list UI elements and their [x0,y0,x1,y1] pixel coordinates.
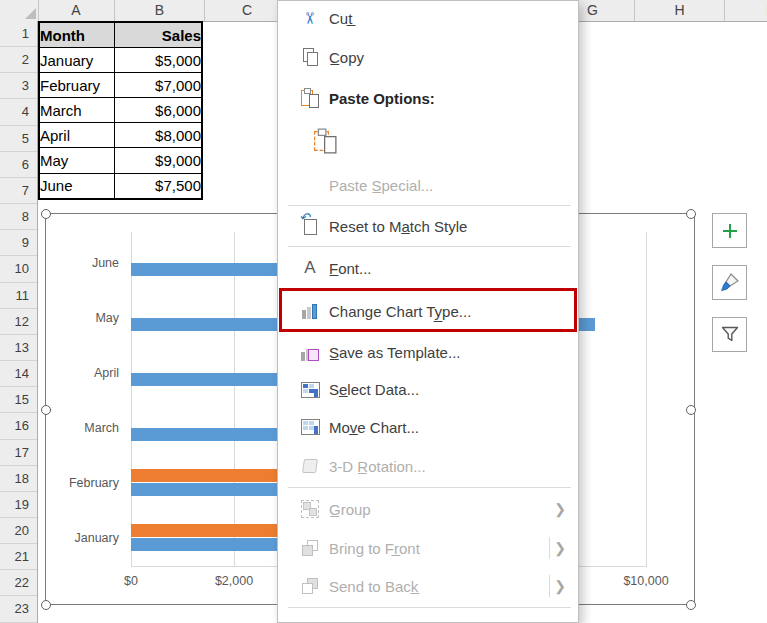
row-header-15[interactable]: 15 [0,387,37,413]
cell-month[interactable]: April [39,123,115,148]
row-header-2[interactable]: 2 [0,47,37,73]
excel-worksheet: { "sheet": { "column_headers": ["A","B",… [0,0,767,623]
resize-handle-top-right[interactable] [686,209,696,219]
menu-item-label: Paste S̲pecial... [329,177,433,194]
resize-handle-middle-left[interactable] [41,405,51,415]
row-header-16[interactable]: 16 [0,413,37,439]
chart-elements-button[interactable] [712,213,747,248]
row-header-21[interactable]: 21 [0,544,37,570]
header-cell-month[interactable]: Month [39,22,115,48]
menu-separator [288,607,571,608]
menu-item-reset-to-match-style[interactable]: ↶ Reset to Ma̲tch Style [278,207,578,245]
resize-handle-bottom-left[interactable] [41,600,51,610]
menu-item-label: S̲ave as Template... [329,344,460,361]
split-divider [549,537,550,559]
table-row: January $5,000 [39,48,202,73]
cell-month[interactable]: March [39,98,115,123]
resize-handle-middle-right[interactable] [686,405,696,415]
column-header-b[interactable]: B [115,0,205,21]
group-icon [301,500,319,518]
header-cell-sales[interactable]: Sales [115,22,203,48]
menu-item-label: Mov̲e Chart... [329,419,419,436]
cell-sales[interactable]: $9,000 [115,148,203,173]
select-all-corner[interactable] [0,0,39,21]
category-label: January [46,531,119,546]
chart-gridline [131,232,132,566]
menu-item-font[interactable]: A F̲ont... [278,249,578,287]
row-header-9[interactable]: 9 [0,230,37,256]
highlight-box [279,288,577,332]
column-header-i[interactable]: I [725,0,767,21]
row-header-1[interactable]: 1 [0,21,37,47]
category-label: June [46,256,119,271]
menu-separator [288,205,571,206]
x-axis-tick-label: $2,000 [192,574,276,588]
cell-sales[interactable]: $7,500 [115,173,203,199]
row-header-14[interactable]: 14 [0,361,37,387]
scissors-icon: ✂ [301,11,320,24]
row-header-17[interactable]: 17 [0,440,37,466]
column-header-h[interactable]: H [635,0,725,21]
cell-sales[interactable]: $7,000 [115,73,203,98]
row-header-13[interactable]: 13 [0,335,37,361]
row-header-5[interactable]: 5 [0,126,37,152]
bring-to-front-icon [302,540,318,556]
row-header-7[interactable]: 7 [0,178,37,204]
plus-icon [720,221,740,241]
table-row: April $8,000 [39,123,202,148]
menu-item-move-chart[interactable]: Mov̲e Chart... [278,408,578,446]
category-label: February [46,476,119,491]
resize-handle-top-left[interactable] [41,209,51,219]
row-header-6[interactable]: 6 [0,152,37,178]
table-header-row: Month Sales [39,22,202,48]
menu-item-bring-to-front: Bring to Fr̲ont ❯ [278,529,578,567]
row-header-10[interactable]: 10 [0,256,37,282]
cell-month[interactable]: February [39,73,115,98]
table-row: May $9,000 [39,148,202,173]
brush-icon [719,272,741,294]
cell-month[interactable]: January [39,48,115,73]
menu-item-save-as-template[interactable]: S̲ave as Template... [278,333,578,371]
menu-item-cut[interactable]: ✂ Cut̲ [278,1,578,35]
menu-item-label: Se̲lect Data... [329,381,419,398]
row-header-12[interactable]: 12 [0,309,37,335]
paste-option-row [278,123,578,159]
copy-icon [303,48,318,66]
select-all-triangle-icon [25,8,36,19]
font-icon: A [304,258,315,278]
save-template-icon [301,344,319,361]
row-header-strip: 1 2 3 4 5 6 7 8 9 10 11 12 13 14 15 16 1… [0,21,38,623]
cell-month[interactable]: May [39,148,115,173]
menu-item-label: Reset to Ma̲tch Style [329,218,467,235]
resize-handle-bottom-right[interactable] [686,600,696,610]
cell-sales[interactable]: $5,000 [115,48,203,73]
3d-rotation-icon [302,459,318,473]
column-header-a[interactable]: A [38,0,115,21]
row-header-18[interactable]: 18 [0,466,37,492]
menu-item-label: 3-D R̲otation... [329,458,426,475]
paste-keep-formatting-button[interactable] [314,129,337,154]
submenu-chevron-icon: ❯ [554,501,566,517]
cell-month[interactable]: June [39,173,115,199]
row-header-20[interactable]: 20 [0,518,37,544]
row-header-3[interactable]: 3 [0,73,37,99]
menu-item-3d-rotation: 3-D R̲otation... [278,447,578,485]
row-header-8[interactable]: 8 [0,204,37,230]
menu-item-paste-options: Paste Options: [278,79,578,117]
menu-item-copy[interactable]: C̲opy [278,38,578,76]
row-header-11[interactable]: 11 [0,283,37,309]
chart-gridline [646,232,647,566]
menu-item-label: Paste Options: [329,90,435,107]
chart-filters-button[interactable] [712,317,747,352]
cell-sales[interactable]: $6,000 [115,98,203,123]
row-header-19[interactable]: 19 [0,492,37,518]
menu-item-group: G̲roup ❯ [278,490,578,528]
cell-sales[interactable]: $8,000 [115,123,203,148]
menu-item-paste-special: Paste S̲pecial... [278,166,578,204]
menu-item-select-data[interactable]: Se̲lect Data... [278,371,578,408]
row-header-4[interactable]: 4 [0,99,37,125]
chart-styles-button[interactable] [712,265,747,300]
row-header-22[interactable]: 22 [0,570,37,596]
chart-gridline [234,232,235,566]
row-header-23[interactable]: 23 [0,596,37,622]
